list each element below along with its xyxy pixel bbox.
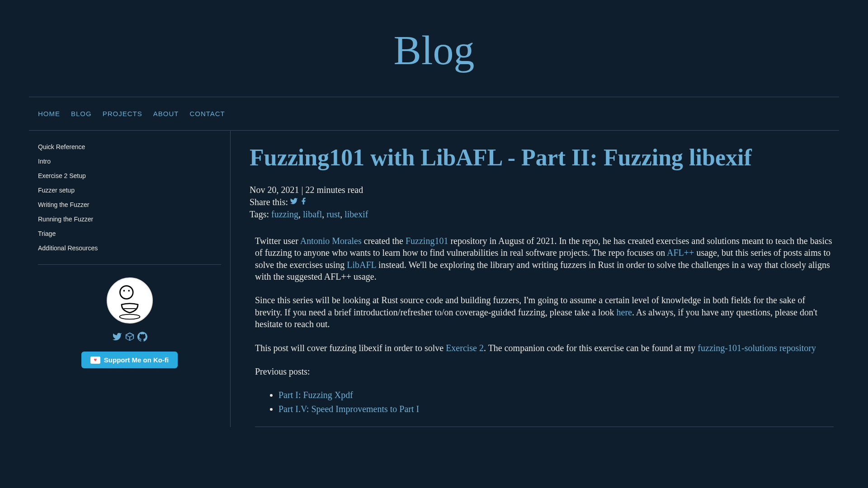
toc-item-writing-the-fuzzer[interactable]: Writing the Fuzzer — [38, 201, 221, 208]
share-twitter-icon[interactable] — [290, 197, 298, 207]
post-date: Nov 20, 2021 — [250, 185, 299, 195]
post-readtime: 22 minutes read — [305, 185, 363, 195]
nav-home[interactable]: HOME — [38, 110, 60, 117]
toc-item-triage[interactable]: Triage — [38, 230, 221, 237]
tags-label: Tags: — [250, 209, 269, 219]
link-solutions-repo[interactable]: fuzzing-101-solutions repository — [698, 343, 816, 353]
post-meta: Nov 20, 2021 | 22 minutes read — [250, 185, 839, 195]
tags-row: Tags: fuzzing, libafl, rust, libexif — [250, 209, 839, 220]
table-of-contents: Quick Reference Intro Exercise 2 Setup F… — [38, 143, 221, 265]
toc-item-exercise-2-setup[interactable]: Exercise 2 Setup — [38, 172, 221, 179]
paragraph: Since this series will be looking at Rus… — [255, 294, 834, 330]
link-libafl[interactable]: LibAFL — [347, 260, 376, 270]
profile-card: ♥ Support Me on Ko-fi — [66, 277, 193, 368]
tag-libexif[interactable]: libexif — [344, 209, 368, 219]
link-exercise-2[interactable]: Exercise 2 — [446, 343, 484, 353]
nav-contact[interactable]: CONTACT — [189, 110, 225, 117]
svg-point-2 — [123, 290, 125, 292]
social-links — [112, 332, 147, 343]
paragraph: This post will cover fuzzing libexif in … — [255, 342, 834, 354]
link-aflpp[interactable]: AFL++ — [667, 248, 694, 258]
paragraph-previous-posts: Previous posts: — [255, 366, 834, 377]
share-facebook-icon[interactable] — [300, 197, 308, 207]
toc-item-intro[interactable]: Intro — [38, 158, 221, 165]
paragraph: Twitter user Antonio Morales created the… — [255, 235, 834, 283]
github-icon[interactable] — [137, 332, 147, 343]
nav-about[interactable]: ABOUT — [153, 110, 179, 117]
share-row: Share this: — [250, 197, 839, 207]
previous-posts-list: Part I: Fuzzing Xpdf Part I.V: Speed Imp… — [278, 389, 834, 415]
tag-libafl[interactable]: libafl — [303, 209, 322, 219]
link-part-iv[interactable]: Part I.V: Speed Improvements to Part I — [278, 404, 419, 414]
nav-projects[interactable]: PROJECTS — [103, 110, 142, 117]
kofi-label: Support Me on Ko-fi — [104, 356, 169, 364]
toc-item-running-the-fuzzer[interactable]: Running the Fuzzer — [38, 216, 221, 223]
tag-fuzzing[interactable]: fuzzing — [271, 209, 298, 219]
kofi-icon: ♥ — [90, 357, 100, 364]
avatar — [107, 277, 153, 324]
post-content: Fuzzing101 with LibAFL - Part II: Fuzzin… — [231, 131, 839, 427]
nav-bar: HOME BLOG PROJECTS ABOUT CONTACT — [29, 97, 839, 131]
svg-point-3 — [128, 290, 130, 292]
post-title: Fuzzing101 with LibAFL - Part II: Fuzzin… — [250, 144, 839, 171]
separator — [255, 427, 834, 427]
share-label: Share this: — [250, 197, 288, 207]
twitter-icon[interactable] — [112, 332, 122, 343]
toc-item-additional-resources[interactable]: Additional Resources — [38, 244, 221, 252]
link-fuzzing101[interactable]: Fuzzing101 — [406, 236, 448, 246]
toc-item-quick-reference[interactable]: Quick Reference — [38, 143, 221, 150]
list-item: Part I: Fuzzing Xpdf — [278, 389, 834, 401]
hackthebox-icon[interactable] — [125, 332, 135, 343]
nav-blog[interactable]: BLOG — [71, 110, 92, 117]
toc-item-fuzzer-setup[interactable]: Fuzzer setup — [38, 187, 221, 194]
sidebar: Quick Reference Intro Exercise 2 Setup F… — [29, 131, 231, 427]
link-here[interactable]: here — [617, 307, 632, 317]
kofi-button[interactable]: ♥ Support Me on Ko-fi — [81, 352, 178, 368]
list-item: Part I.V: Speed Improvements to Part I — [278, 403, 834, 415]
page-title: Blog — [0, 0, 868, 97]
link-part-i[interactable]: Part I: Fuzzing Xpdf — [278, 390, 353, 400]
link-antonio-morales[interactable]: Antonio Morales — [300, 236, 362, 246]
tag-rust[interactable]: rust — [326, 209, 340, 219]
post-body: Twitter user Antonio Morales created the… — [250, 235, 839, 427]
